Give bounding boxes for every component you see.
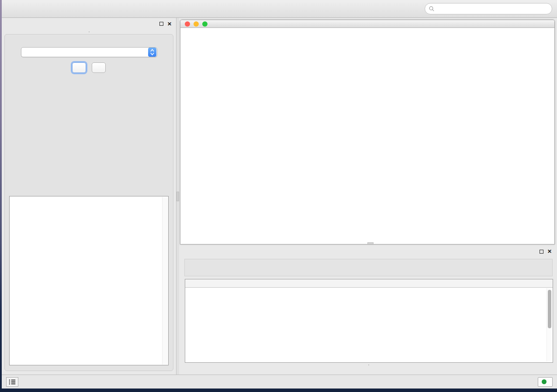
memory-button[interactable] — [538, 377, 553, 387]
node-table — [185, 279, 553, 363]
criterion-dropdown[interactable] — [21, 47, 157, 57]
mcds-result-list — [10, 197, 162, 364]
control-panel: ✕ — [2, 18, 176, 375]
table-toolbar — [184, 259, 553, 276]
table-tab-group — [368, 364, 369, 365]
float-panel-icon[interactable] — [159, 22, 163, 26]
table-scrollbar-thumb[interactable] — [548, 290, 551, 328]
horizontal-splitter-handle[interactable] — [367, 242, 374, 244]
close-window-icon[interactable] — [185, 21, 190, 27]
search-input[interactable] — [437, 4, 548, 13]
search-icon — [429, 6, 435, 12]
cytoscape-window: ✕ — [2, 0, 557, 389]
task-history-button[interactable] — [6, 377, 18, 387]
network-canvas[interactable] — [180, 28, 554, 244]
close-panel-icon[interactable]: ✕ — [167, 22, 172, 26]
run-mcds-button[interactable] — [72, 62, 86, 73]
dropdown-stepper-icon — [148, 48, 156, 57]
desktop: { "window": { "network_title": "YPA_prun… — [0, 0, 557, 392]
table-scrollbar[interactable] — [547, 288, 552, 361]
tab-group — [89, 31, 90, 32]
status-bar — [2, 375, 557, 389]
network-view-window — [180, 20, 555, 244]
control-panel-header: ✕ — [2, 18, 176, 30]
minimize-window-icon[interactable] — [194, 21, 199, 27]
control-panel-tabs — [2, 31, 176, 32]
close-table-panel-icon[interactable]: ✕ — [547, 249, 552, 254]
main-area: ✕ — [2, 18, 557, 375]
maximize-window-icon[interactable] — [202, 21, 208, 27]
mcds-result-scrollbar[interactable] — [162, 197, 168, 364]
table-tabs — [180, 364, 557, 365]
main-toolbar — [2, 0, 557, 18]
search-field[interactable] — [425, 3, 552, 14]
toolbar-icons — [4, 0, 425, 17]
node-table-header — [185, 279, 553, 288]
mcds-panel — [4, 34, 173, 371]
memory-status-icon — [542, 379, 547, 384]
float-table-panel-icon[interactable] — [540, 250, 543, 254]
mcds-result-group — [9, 196, 169, 365]
network-graph[interactable] — [180, 28, 554, 244]
right-column: ✕ — [179, 18, 557, 375]
list-icon — [9, 379, 16, 385]
network-window-titlebar[interactable] — [180, 20, 554, 28]
table-panel: ✕ — [180, 246, 557, 375]
close-panel-button[interactable] — [92, 62, 106, 73]
